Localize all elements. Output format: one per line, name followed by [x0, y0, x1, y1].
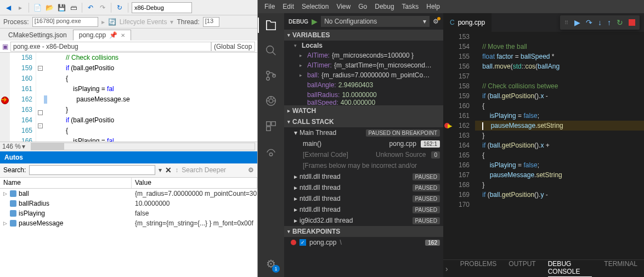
autos-row[interactable]: isPlayingfalse: [0, 208, 257, 218]
thread-row[interactable]: ▸ntdll.dll threadPAUSED: [284, 204, 443, 215]
code-line[interactable]: {: [44, 74, 257, 84]
code-line[interactable]: ball.move(std::cos(ballAng: [475, 61, 644, 71]
thread-select[interactable]: [13: [203, 17, 219, 27]
scope-project[interactable]: pong.exe - x86-Debug: [10, 42, 211, 52]
code-line[interactable]: isPlaying = false;: [475, 160, 644, 170]
code-line[interactable]: pauseMessage.setString: [475, 121, 644, 131]
breakpoint-gutter[interactable]: [0, 105, 10, 115]
bp-gutter[interactable]: [443, 190, 453, 200]
code-line[interactable]: }: [475, 180, 644, 190]
vs-code-editor[interactable]: ➜ 158159160161162163164165166 −− // Chec…: [0, 53, 257, 142]
vscode-code-area[interactable]: ▶ 15315415515615715815916016116216316416…: [443, 32, 644, 259]
tab-pong-cpp[interactable]: pong.cpp📌✕: [73, 30, 131, 41]
bp-gutter[interactable]: [443, 71, 453, 81]
restart-icon[interactable]: ↻: [617, 18, 623, 27]
bp-gutter[interactable]: [443, 81, 453, 91]
bp-gutter[interactable]: [443, 160, 453, 170]
bp-gutter[interactable]: [443, 42, 453, 52]
breakpoint-gutter[interactable]: ➜: [0, 94, 10, 105]
panel-tab-problems[interactable]: PROBLEMS: [460, 260, 497, 277]
menu-help[interactable]: Help: [423, 2, 443, 12]
autos-panel-title[interactable]: Autos: [0, 151, 257, 163]
menu-view[interactable]: View: [333, 2, 354, 12]
horizontal-scrollbar[interactable]: [31, 143, 255, 150]
fold-gutter[interactable]: [36, 87, 44, 97]
fold-gutter[interactable]: [36, 110, 44, 121]
clear-icon[interactable]: ✕: [165, 166, 172, 174]
bp-gutter[interactable]: [443, 140, 453, 150]
breakpoints-section-header[interactable]: ▾BREAKPOINTS: [284, 226, 443, 237]
code-line[interactable]: [475, 200, 644, 210]
variable-row[interactable]: ballRadius: 10.0000000: [284, 90, 443, 100]
config-select[interactable]: x86-Debug: [132, 2, 192, 13]
autos-row[interactable]: ballRadius10.0000000: [0, 199, 257, 208]
code-line[interactable]: if (ball.getPosition().y -: [475, 190, 644, 200]
process-select[interactable]: [16780] pong.exe: [32, 17, 98, 27]
code-line[interactable]: isPlaying = false;: [475, 111, 644, 121]
debug-floating-toolbar[interactable]: ⠿ ▶ ↷ ↓ ↑ ↻: [560, 15, 640, 30]
autos-col-value[interactable]: Value: [132, 178, 257, 188]
search-deeper-button[interactable]: Search Deeper: [182, 166, 226, 174]
code-line[interactable]: // Move the ball: [475, 42, 644, 52]
breakpoint-checkbox[interactable]: ✓: [300, 239, 306, 246]
start-debug-icon[interactable]: ▶: [312, 17, 318, 26]
locals-header[interactable]: ▾Locals: [284, 41, 443, 50]
debug-icon[interactable]: [263, 93, 279, 109]
nav-back-icon[interactable]: ◀: [3, 3, 13, 13]
variable-row[interactable]: ▸ball: {m_radius=7.00000000 m_pointCo…: [284, 70, 443, 80]
extensions-icon[interactable]: [263, 118, 279, 134]
source-control-icon[interactable]: [263, 68, 279, 83]
zoom-level[interactable]: 146 %: [2, 143, 21, 150]
breakpoint-gutter[interactable]: [0, 115, 10, 126]
fold-gutter[interactable]: [36, 97, 44, 108]
thread-row[interactable]: ▸ntdll.dll threadPAUSED: [284, 182, 443, 193]
bp-gutter[interactable]: [443, 200, 453, 210]
new-file-icon[interactable]: 📄: [32, 3, 42, 13]
menu-debug[interactable]: Debug: [371, 2, 397, 12]
stop-icon[interactable]: [629, 19, 635, 26]
drag-grip-icon[interactable]: ⠿: [564, 20, 569, 26]
thread-row[interactable]: ▸ntdll.dll threadPAUSED: [284, 193, 443, 204]
step-over-icon[interactable]: ↷: [586, 18, 592, 27]
close-icon[interactable]: ✕: [121, 32, 125, 38]
panel-tab-debug-console[interactable]: DEBUG CONSOLE: [548, 260, 592, 277]
autos-search-input[interactable]: [29, 165, 155, 175]
bp-gutter[interactable]: [443, 150, 453, 160]
autos-row[interactable]: ▷pauseMessage{m_string={m_string={...} }…: [0, 218, 257, 228]
watch-section-header[interactable]: ▸WATCH: [284, 105, 443, 116]
menu-go[interactable]: Go: [355, 2, 370, 12]
code-line[interactable]: {: [475, 101, 644, 111]
panel-tab-output[interactable]: OUTPUT: [509, 260, 535, 277]
breakpoint-gutter[interactable]: [0, 136, 10, 142]
menu-tasks[interactable]: Tasks: [399, 2, 422, 12]
menu-edit[interactable]: Edit: [279, 2, 297, 12]
step-into-icon[interactable]: ↓: [598, 18, 602, 27]
live-share-icon[interactable]: [263, 144, 279, 159]
open-icon[interactable]: 📂: [44, 3, 54, 13]
fold-gutter[interactable]: −: [36, 123, 44, 134]
breakpoint-gutter[interactable]: [0, 53, 10, 63]
fold-gutter[interactable]: −: [36, 66, 44, 76]
search-icon[interactable]: [263, 43, 279, 58]
code-line[interactable]: float factor = ballSpeed *: [475, 52, 644, 61]
thread-row[interactable]: ▸ig9icd32.dll threadPAUSED: [284, 215, 443, 226]
save-icon[interactable]: 💾: [57, 3, 66, 13]
tab-cmakesettings[interactable]: CMakeSettings.json: [2, 30, 73, 41]
fold-gutter[interactable]: [36, 76, 44, 87]
code-line[interactable]: {: [475, 150, 644, 160]
code-line[interactable]: {: [44, 126, 257, 136]
callstack-external[interactable]: [External Code]Unknown Source0: [284, 149, 443, 160]
autos-col-name[interactable]: Name: [0, 178, 132, 188]
code-line[interactable]: isPlaying = fal: [44, 136, 257, 142]
code-line[interactable]: }: [475, 131, 644, 140]
step-out-icon[interactable]: ↑: [607, 18, 611, 27]
bp-gutter[interactable]: [443, 131, 453, 140]
bp-gutter[interactable]: [443, 180, 453, 190]
nav-fwd-icon[interactable]: ▸: [15, 3, 25, 13]
code-line[interactable]: isPlaying = fal: [44, 84, 257, 94]
breakpoint-gutter[interactable]: [0, 126, 10, 136]
breakpoint-gutter[interactable]: [0, 74, 10, 84]
breakpoint-gutter[interactable]: [0, 84, 10, 94]
callstack-section-header[interactable]: ▾CALL STACK: [284, 116, 443, 127]
undo-icon[interactable]: ↶: [86, 3, 95, 13]
